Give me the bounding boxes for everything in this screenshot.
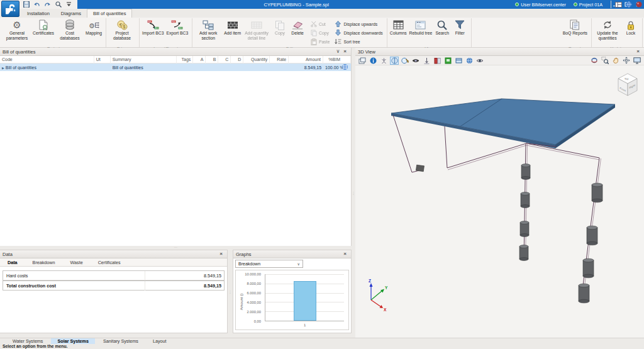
undo-icon[interactable] — [33, 1, 40, 8]
secondary-window-icons — [611, 1, 642, 8]
close-icon[interactable]: × — [635, 48, 641, 55]
fit-icon[interactable] — [622, 57, 631, 65]
graph-type-dropdown[interactable]: Breakdown ∨ — [235, 260, 303, 268]
orbit-icon[interactable] — [590, 57, 599, 65]
close-icon[interactable]: × — [218, 251, 225, 257]
boq-column-header[interactable]: A — [193, 56, 206, 64]
ribbon-button[interactable]: Cost databases — [55, 18, 84, 41]
redo-icon[interactable] — [44, 1, 51, 8]
title-bar: CYPEPLUMBING - Sample.spl User BIMserver… — [0, 0, 644, 9]
data-panel-tab[interactable]: Breakdown — [25, 258, 63, 266]
window-layout-icon[interactable] — [615, 1, 622, 8]
system-tab[interactable]: Water Systems — [6, 338, 49, 344]
titlebar-badge[interactable]: User BIMserver.center — [515, 2, 566, 8]
ribbon-small-button[interactable]: Displace upwards — [332, 19, 385, 28]
globe-blue-icon[interactable] — [625, 1, 632, 8]
ribbon-button[interactable]: Update the quantities — [593, 18, 622, 41]
main-tab[interactable]: Installation — [21, 9, 55, 18]
svg-text:$: $ — [123, 25, 125, 29]
ribbon-button[interactable]: FIEBDC Export BC3 — [165, 18, 189, 36]
graphs-panel-title: Graphs — [236, 252, 252, 257]
close-icon[interactable]: × — [341, 251, 348, 257]
ribbon-button[interactable]: Rebuild tree — [408, 18, 434, 36]
walk-icon[interactable] — [379, 57, 388, 65]
ribbon-button[interactable]: Add item — [223, 18, 242, 36]
data-panel-tab[interactable]: Data — [0, 258, 25, 266]
ribbon-small-button[interactable]: Copy — [308, 28, 332, 37]
ribbon-button[interactable]: Add work section — [194, 18, 223, 41]
titlebar-badge[interactable]: Project 01A — [574, 2, 602, 8]
boq-column-header[interactable]: Quantity — [243, 56, 270, 64]
boq-panel-header: Bill of quantities ∨ × — [0, 48, 351, 56]
menu-down-icon[interactable] — [65, 1, 72, 8]
ribbon-button[interactable]: Lock — [622, 18, 640, 36]
ribbon-small-button[interactable]: Cut — [308, 19, 332, 28]
vertical-splitter-data-graphs[interactable]: ⋮ — [228, 250, 233, 333]
ribbon-button[interactable]: Certificates — [31, 18, 55, 36]
ribbon-button[interactable]: FIEBDC Import BC3 — [141, 18, 165, 36]
boq-column-header[interactable]: Amount — [289, 56, 323, 64]
save-icon[interactable] — [23, 1, 30, 8]
ribbon-button[interactable]: Columns — [389, 18, 408, 36]
ribbon-button[interactable]: Filter — [451, 18, 469, 36]
boq-column-header[interactable]: D — [231, 56, 243, 64]
magnifier-icon[interactable] — [55, 1, 62, 8]
system-tab[interactable]: Layout — [147, 338, 173, 344]
bar-total-amount — [294, 281, 316, 321]
main-tab[interactable]: Bill of quantities — [87, 9, 133, 18]
bim-globe-icon[interactable] — [340, 64, 350, 70]
ribbon-small-button[interactable]: Displace downwards — [332, 28, 385, 37]
ribbon-group: Update the quantities Lock Update — [592, 18, 643, 47]
boq-column-header[interactable]: %BIM — [323, 56, 351, 64]
sphere-red-icon[interactable] — [635, 1, 642, 8]
expand-arrow-icon[interactable]: ▶ — [2, 66, 4, 70]
ribbon-small-button[interactable]: Sort tree — [332, 37, 385, 46]
ribbon-group: Columns Rebuild tree Search Filter View — [387, 18, 472, 47]
ribbon-group: FIEBDC Import BC3 FIEBDC Export BC3 Impo… — [140, 18, 192, 47]
boq-column-header[interactable]: Summary — [111, 56, 177, 64]
boq-column-header[interactable]: Rate — [270, 56, 289, 64]
info-icon[interactable] — [369, 57, 377, 65]
screen-icon[interactable] — [633, 57, 641, 65]
ribbon-button[interactable]: ⚙ General parameters — [3, 18, 31, 41]
capture-green-icon[interactable] — [443, 57, 452, 65]
view3d-panel-title: 3D View — [358, 49, 375, 55]
app-logo-faucet-icon[interactable] — [1, 1, 19, 17]
layers-icon[interactable] — [358, 57, 367, 65]
view3d-viewport[interactable]: Z Y X Top Front Right — [355, 65, 644, 338]
ribbon-button[interactable]: Delete — [289, 18, 306, 36]
ribbon-button[interactable]: Search — [433, 18, 451, 36]
data-panel-tab[interactable]: Waste — [63, 258, 91, 266]
boq-column-header[interactable]: Ut — [94, 56, 111, 64]
section-sphere-icon[interactable] — [390, 57, 399, 65]
ribbon-small-button[interactable]: Paste — [308, 37, 332, 46]
ribbon-button[interactable]: €$ Project database — [108, 18, 136, 41]
plumb-icon[interactable] — [422, 57, 431, 65]
system-tab[interactable]: Solar Systems — [51, 338, 95, 344]
boq-column-header[interactable]: B — [206, 56, 218, 64]
ribbon-button[interactable]: Add quantity detail line — [242, 18, 271, 41]
ribbon-button[interactable]: ⚙ Mapping — [84, 18, 103, 36]
boq-column-header[interactable]: Tags — [177, 56, 193, 64]
ribbon-button[interactable]: Copy — [271, 18, 289, 36]
globe3d-icon[interactable] — [465, 57, 474, 65]
zoom-area-icon[interactable] — [601, 57, 609, 65]
main-tab[interactable]: Diagrams — [55, 9, 87, 18]
arrow-down-icon — [335, 30, 341, 36]
data-panel-tab[interactable]: Certificates — [91, 258, 128, 266]
nav-cube[interactable]: Top Front Right — [618, 74, 637, 96]
sphere-tools-icon[interactable] — [401, 57, 409, 65]
close-icon[interactable]: × — [341, 48, 348, 55]
system-tab[interactable]: Sanitary Systems — [97, 338, 145, 344]
boq-column-header[interactable]: Code — [0, 56, 94, 64]
panel-blue-icon[interactable] — [454, 57, 463, 65]
boq-row-selected[interactable]: ▶Bill of quantities Bill of quantities 8… — [0, 64, 351, 71]
collapse-chevron-icon[interactable]: ∨ — [335, 48, 341, 55]
bim-red-icon[interactable] — [433, 57, 441, 65]
detail-line-icon — [251, 19, 262, 30]
pan-icon[interactable] — [611, 57, 620, 65]
ribbon-button[interactable]: BoQ Reports — [562, 18, 589, 36]
boq-column-header[interactable]: C — [218, 56, 231, 64]
shadow-eye-icon[interactable] — [411, 57, 420, 65]
eye-icon[interactable] — [475, 57, 484, 65]
